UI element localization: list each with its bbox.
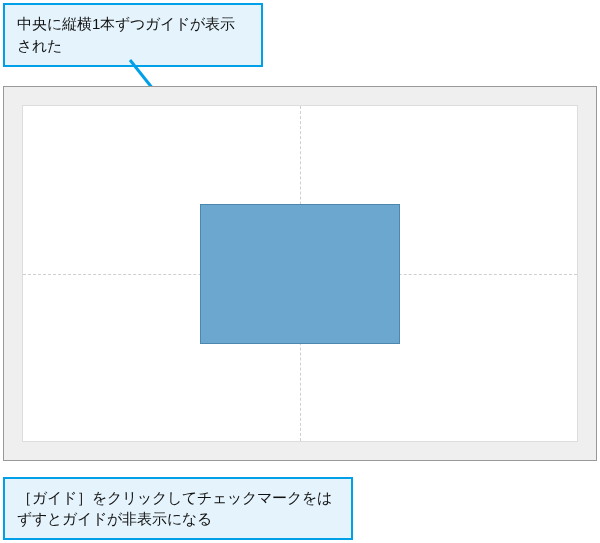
editor-canvas[interactable] <box>22 105 578 442</box>
callout-top: 中央に縦横1本ずつガイドが表示された <box>3 3 263 67</box>
callout-bottom: ［ガイド］をクリックしてチェックマークをはずすとガイドが非表示になる <box>3 477 353 541</box>
rectangle-shape[interactable] <box>200 204 400 344</box>
editor-window <box>3 86 597 461</box>
